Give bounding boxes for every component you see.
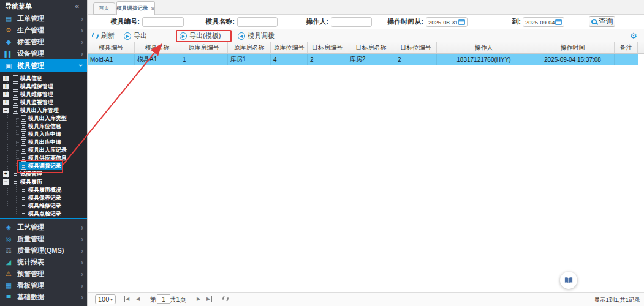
refresh-button[interactable]: ↻刷新 [92, 31, 115, 41]
sidebar-item-mold[interactable]: ▣模具管理› [0, 59, 87, 72]
tree-item-inout-type[interactable]: 模具出入库类型 [0, 114, 87, 122]
expand-icon[interactable]: + [3, 92, 9, 97]
cell-dst-room-name[interactable]: 库房2 [347, 54, 395, 65]
mold-transfer-button[interactable]: ◂模具调拨 [238, 31, 275, 41]
cell-remark[interactable] [615, 54, 638, 65]
sidebar-item-base-data[interactable]: ≣基础数据› [0, 291, 87, 303]
page: 导航菜单 « ▤工单管理› ⚙生产管理› ◆标签管理› ▌▌设备管理› ▣模具管… [0, 0, 644, 306]
total-pages-label: 共1页 [170, 296, 186, 303]
kanban-icon: ▦ [4, 282, 13, 289]
col-header-mold-name[interactable]: 模具名称 [135, 42, 180, 53]
cell-op-time[interactable]: 2025-09-04 15:37:08 [531, 54, 615, 65]
cell-operator[interactable]: 18317121760(HYY) [437, 54, 531, 65]
cell-mold-no[interactable]: Mold-A1 [88, 54, 135, 65]
cell-mold-name[interactable]: 模具A1 [135, 54, 180, 65]
time-to-label: 到: [506, 15, 521, 29]
page-size-select[interactable]: 100▾ [95, 294, 116, 304]
col-header-op-time[interactable]: 操作时间 [531, 42, 615, 53]
document-icon [21, 211, 26, 217]
tree-item-mold-maintain[interactable]: +模具维保管理 [0, 83, 87, 91]
equipment-icon: ▌▌ [4, 51, 13, 57]
time-to-input[interactable]: 2025-09-04 [523, 17, 564, 27]
expand-icon[interactable]: + [3, 84, 9, 89]
tree-item-history-overview[interactable]: 模具履历概况 [0, 186, 87, 194]
sidebar-collapse-icon[interactable]: « [75, 1, 79, 10]
sidebar-item-quality[interactable]: ◎质量管理› [0, 233, 87, 245]
tree-item-check-record[interactable]: 模具点检记录 [0, 210, 87, 218]
prev-page-button[interactable]: ◀ [136, 296, 140, 302]
col-header-dst-room-no[interactable]: 目标房编号 [308, 42, 347, 53]
sidebar-item-production[interactable]: ⚙生产管理› [0, 24, 87, 36]
cell-src-room-name[interactable]: 库房1 [228, 54, 271, 65]
col-header-src-room-no[interactable]: 原库房编号 [180, 42, 228, 53]
first-page-button[interactable]: ◀ [124, 296, 129, 302]
tree-item-in-apply[interactable]: 模具入库申请 [0, 130, 87, 138]
tree-item-care-record[interactable]: 模具保养记录 [0, 194, 87, 202]
cell-src-loc-no[interactable]: 4 [271, 54, 308, 65]
document-icon [21, 195, 26, 201]
cell-dst-loc-no[interactable]: 2 [395, 54, 437, 65]
col-header-src-loc-no[interactable]: 原库位编号 [271, 42, 308, 53]
tree-item-out-apply[interactable]: 模具出库申请 [0, 138, 87, 146]
col-header-src-room-name[interactable]: 原库房名称 [228, 42, 271, 53]
time-from-input[interactable]: 2025-08-31 [426, 17, 468, 27]
sidebar-item-qms[interactable]: ⚖质量管理(QMS)› [0, 245, 87, 256]
sidebar-item-report[interactable]: ◢统计报表› [0, 256, 87, 268]
record-status: 显示1到1,共1记录 [594, 296, 641, 303]
caret-down-icon: ▾ [110, 297, 113, 302]
col-header-dst-loc-no[interactable]: 目标位编号 [395, 42, 437, 53]
book-icon [564, 277, 573, 284]
calendar-icon[interactable] [458, 19, 465, 25]
expand-icon[interactable]: + [3, 76, 9, 81]
chevron-down-icon: › [77, 64, 85, 67]
sidebar-item-equipment[interactable]: ▌▌设备管理› [0, 48, 87, 59]
operator-input[interactable] [331, 17, 372, 27]
tree-item-inout-record[interactable]: 模具出入库记录 [0, 146, 87, 154]
page-label: 第 [150, 296, 157, 303]
document-icon [13, 99, 18, 106]
document-icon [21, 131, 26, 138]
next-page-button[interactable]: ▶ [197, 296, 200, 302]
tree-item-mold-info[interactable]: +模具信息 [0, 75, 87, 83]
mold-name-input[interactable] [237, 17, 278, 27]
sidebar-item-alert[interactable]: ⚠预警管理› [0, 268, 87, 280]
document-icon [13, 107, 18, 114]
tree-item-repair-record[interactable]: 模具维修记录 [0, 202, 87, 210]
tree-item-storage-loc[interactable]: 模具库位信息 [0, 122, 87, 130]
collapse-minus-icon[interactable]: − [3, 179, 9, 185]
operator-label: 操作人: [288, 15, 328, 29]
tab-transfer-record[interactable]: 模具调拨记录× [116, 1, 155, 15]
sidebar-item-process[interactable]: ◈工艺管理› [0, 222, 87, 233]
sidebar-title: 导航菜单 [5, 2, 32, 11]
expand-icon[interactable]: + [3, 100, 9, 105]
last-page-button[interactable]: ▶ [206, 296, 212, 302]
tree-item-mold-monitor[interactable]: +模具监视管理 [0, 99, 87, 106]
tree-item-mold-inout-mgmt[interactable]: −模具出入库管理 [0, 106, 87, 114]
help-book-button[interactable] [560, 272, 577, 289]
collapse-minus-icon[interactable]: − [3, 108, 9, 113]
gear-icon[interactable]: ⚙ [630, 31, 637, 41]
cell-dst-room-no[interactable]: 2 [308, 54, 347, 65]
tab-home[interactable]: 首页 [93, 2, 115, 15]
sidebar-item-label[interactable]: ◆标签管理› [0, 36, 87, 48]
page-number-input[interactable] [157, 294, 170, 304]
tree-item-mold-history[interactable]: −模具履历 [0, 178, 87, 186]
sidebar-item-work-order[interactable]: ▤工单管理› [0, 13, 87, 24]
chevron-right-icon: › [81, 15, 83, 23]
expand-icon[interactable]: + [3, 171, 9, 177]
mold-icon: ▣ [4, 62, 13, 70]
calendar-icon[interactable] [555, 19, 562, 25]
col-header-dst-room-name[interactable]: 目标房名称 [347, 42, 395, 53]
col-header-remark[interactable]: 备注 [615, 42, 638, 53]
cell-src-room-no[interactable]: 1 [180, 54, 228, 65]
export-button[interactable]: ▸导出 [124, 31, 147, 41]
tree-item-mold-repair[interactable]: +模具维修管理 [0, 91, 87, 99]
sidebar-item-kanban[interactable]: ▦看板管理› [0, 280, 87, 291]
tab-close-icon[interactable]: × [151, 5, 154, 12]
col-header-operator[interactable]: 操作人 [437, 42, 531, 53]
document-icon [21, 147, 26, 154]
query-button[interactable]: 查询 [589, 16, 615, 27]
mold-no-input[interactable] [142, 17, 184, 27]
col-header-mold-no[interactable]: 模具编号 [88, 42, 135, 53]
time-from-label: 操作时间从: [374, 15, 423, 29]
